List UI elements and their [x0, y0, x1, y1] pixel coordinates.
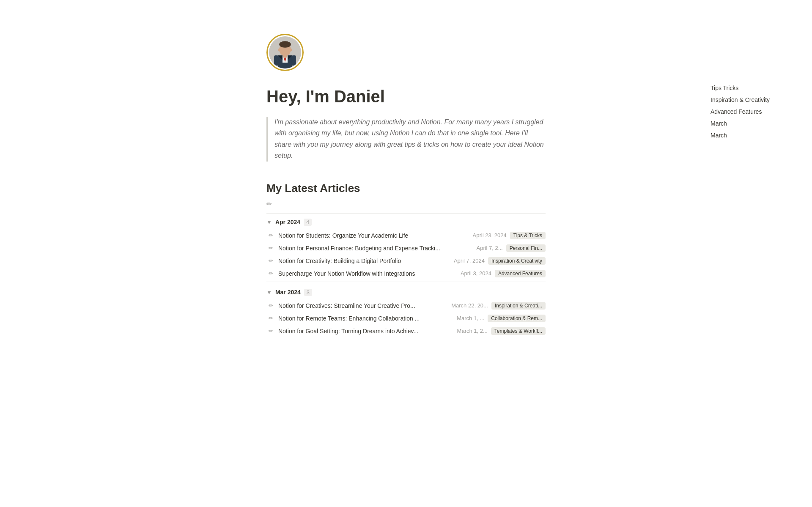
pencil-icon: ✏: [266, 328, 275, 334]
avatar-ring: [266, 34, 304, 71]
article-date: April 7, 2...: [465, 245, 503, 251]
article-row[interactable]: ✏ Notion for Personal Finance: Budgeting…: [266, 242, 546, 255]
panel-tag-advanced[interactable]: Advanced Features: [710, 108, 795, 115]
page-title: Hey, I'm Daniel: [266, 86, 546, 107]
chevron-down-icon: ▼: [266, 289, 272, 296]
avatar-inner: [269, 36, 301, 69]
group-header-apr2024[interactable]: ▼ Apr 2024 4: [266, 214, 546, 229]
article-row[interactable]: ✏ Supercharge Your Notion Workflow with …: [266, 267, 546, 280]
svg-rect-11: [274, 55, 278, 66]
article-title[interactable]: Notion for Goal Setting: Turning Dreams …: [278, 328, 446, 334]
group-header-mar2024[interactable]: ▼ Mar 2024 3: [266, 284, 546, 299]
article-tag[interactable]: Collaboration & Rem...: [488, 315, 546, 322]
article-date: March 22, 20...: [450, 302, 488, 309]
pencil-icon: ✏: [266, 302, 275, 309]
article-row[interactable]: ✏ Notion for Creatives: Streamline Your …: [266, 299, 546, 312]
article-row[interactable]: ✏ Notion for Students: Organize Your Aca…: [266, 229, 546, 242]
article-title[interactable]: Notion for Remote Teams: Enhancing Colla…: [278, 315, 443, 322]
pencil-icon: ✏: [266, 315, 275, 321]
article-tag[interactable]: Advanced Features: [495, 270, 546, 277]
articles-section-heading: My Latest Articles: [266, 182, 546, 195]
article-date: April 23, 2024: [469, 232, 507, 238]
article-date: April 7, 2024: [447, 258, 485, 264]
article-tag[interactable]: Inspiration & Creati...: [491, 302, 546, 310]
article-tag[interactable]: Personal Fin...: [506, 244, 546, 252]
article-title[interactable]: Notion for Creatives: Streamline Your Cr…: [278, 302, 447, 309]
group-label-mar2024: Mar 2024: [275, 289, 301, 296]
bio-text: I'm passionate about everything producti…: [274, 117, 546, 162]
group-count-apr2024: 4: [304, 219, 312, 226]
svg-point-7: [279, 41, 291, 48]
panel-tag-march-1[interactable]: March: [710, 120, 795, 127]
article-title[interactable]: Notion for Students: Organize Your Acade…: [278, 232, 465, 239]
article-title[interactable]: Supercharge Your Notion Workflow with In…: [278, 270, 450, 277]
pencil-icon: ✏: [266, 232, 275, 238]
panel-tag-march-2[interactable]: March: [710, 132, 795, 139]
article-tag[interactable]: Tips & Tricks: [510, 232, 546, 239]
pencil-icon: ✏: [266, 270, 275, 277]
avatar-image: [269, 36, 301, 69]
article-date: March 1, 2...: [450, 328, 488, 334]
bio-blockquote: I'm passionate about everything producti…: [266, 117, 546, 162]
article-title[interactable]: Notion for Creativity: Building a Digita…: [278, 258, 443, 264]
svg-point-9: [290, 49, 292, 52]
article-tag[interactable]: Templates & Workfl...: [491, 327, 546, 335]
article-row[interactable]: ✏ Notion for Remote Teams: Enhancing Col…: [266, 312, 546, 325]
article-row[interactable]: ✏ Notion for Creativity: Building a Digi…: [266, 255, 546, 267]
article-tag[interactable]: Inspiration & Creativity: [488, 257, 546, 265]
group-count-mar2024: 3: [304, 289, 312, 296]
group-label-apr2024: Apr 2024: [275, 219, 300, 225]
right-panel: Tips Tricks Inspiration & Creativity Adv…: [710, 85, 795, 139]
group-divider: [266, 282, 546, 282]
panel-tag-inspiration[interactable]: Inspiration & Creativity: [710, 96, 795, 103]
avatar-container: [266, 34, 546, 73]
articles-toolbar: ✏: [266, 200, 546, 210]
edit-icon[interactable]: ✏: [266, 200, 272, 208]
article-row[interactable]: ✏ Notion for Goal Setting: Turning Dream…: [266, 325, 546, 337]
panel-tag-tips-tricks[interactable]: Tips Tricks: [710, 85, 795, 91]
article-title[interactable]: Notion for Personal Finance: Budgeting a…: [278, 245, 461, 252]
svg-rect-10: [283, 55, 287, 58]
article-date: April 3, 2024: [453, 270, 491, 277]
article-date: March 1, ...: [446, 315, 484, 321]
svg-rect-12: [292, 55, 296, 66]
svg-point-8: [278, 49, 280, 52]
chevron-down-icon: ▼: [266, 219, 272, 225]
pencil-icon: ✏: [266, 245, 275, 251]
pencil-icon: ✏: [266, 258, 275, 264]
